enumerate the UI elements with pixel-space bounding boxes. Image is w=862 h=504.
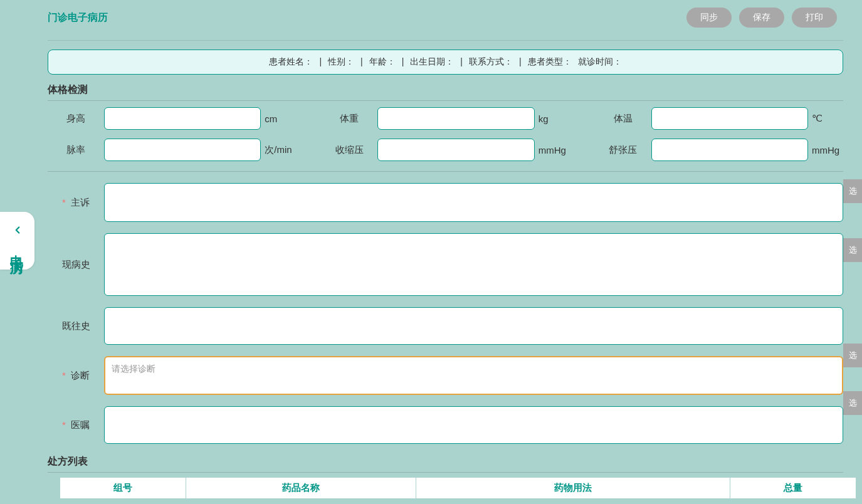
systolic-unit: mmHg bbox=[539, 145, 570, 155]
col-header-drug: 药品名称 bbox=[186, 478, 416, 498]
diastolic-label: 舒张压 bbox=[595, 144, 651, 156]
weight-input[interactable] bbox=[377, 107, 534, 130]
weight-label: 体重 bbox=[321, 113, 377, 125]
print-button[interactable]: 打印 bbox=[792, 8, 837, 28]
patient-gender-label: 性别： bbox=[328, 56, 354, 68]
header-actions: 同步 保存 打印 bbox=[686, 8, 837, 28]
systolic-field: 收缩压 mmHg bbox=[321, 139, 569, 161]
past-history-input[interactable] bbox=[104, 307, 843, 345]
height-input[interactable] bbox=[104, 107, 261, 130]
weight-unit: kg bbox=[539, 113, 570, 124]
temp-label: 体温 bbox=[595, 113, 651, 125]
systolic-input[interactable] bbox=[377, 139, 534, 161]
temp-unit: ℃ bbox=[812, 113, 843, 124]
separator: | bbox=[402, 56, 404, 68]
advice-row: * 医嘱 bbox=[48, 406, 843, 444]
height-unit: cm bbox=[265, 113, 296, 124]
present-illness-label: 现病史 bbox=[48, 259, 104, 271]
temp-input[interactable] bbox=[651, 107, 808, 130]
visit-time-label: 就诊时间： bbox=[578, 56, 622, 68]
pulse-unit: 次/min bbox=[265, 144, 296, 156]
required-star: * bbox=[62, 419, 66, 430]
header-divider bbox=[48, 40, 843, 41]
separator: | bbox=[360, 56, 363, 68]
chief-complaint-label: * 主诉 bbox=[48, 197, 104, 209]
page-title: 门诊电子病历 bbox=[48, 11, 108, 24]
patient-contact-label: 联系方式： bbox=[469, 56, 513, 68]
height-label: 身高 bbox=[48, 113, 104, 125]
required-star: * bbox=[62, 370, 66, 381]
diastolic-input[interactable] bbox=[651, 139, 808, 161]
pulse-label: 脉率 bbox=[48, 144, 104, 156]
main-content: 患者姓名： | 性别： | 年龄： | 出生日期： | 联系方式： | 患者类型… bbox=[0, 50, 862, 504]
diagnosis-label: * 诊断 bbox=[48, 370, 104, 382]
present-illness-row: 现病史 bbox=[48, 233, 843, 296]
chief-complaint-row: * 主诉 bbox=[48, 183, 843, 222]
past-history-label: 既往史 bbox=[48, 320, 104, 332]
col-header-group: 组号 bbox=[60, 478, 186, 498]
advice-label: * 医嘱 bbox=[48, 419, 104, 431]
patient-type-label: 患者类型： bbox=[528, 56, 572, 68]
vitals-section: 身高 cm 体重 kg 体温 ℃ 脉率 bbox=[48, 101, 843, 172]
page-header: 门诊电子病历 同步 保存 打印 bbox=[0, 0, 862, 40]
sync-button[interactable]: 同步 bbox=[686, 8, 732, 28]
select-advice-button[interactable]: 选 bbox=[843, 391, 862, 415]
diastolic-field: 舒张压 mmHg bbox=[595, 139, 843, 161]
temp-field: 体温 ℃ bbox=[595, 107, 843, 130]
patient-birth-label: 出生日期： bbox=[410, 56, 454, 68]
save-button[interactable]: 保存 bbox=[739, 8, 784, 28]
height-field: 身高 cm bbox=[48, 107, 296, 130]
pulse-field: 脉率 次/min bbox=[48, 139, 296, 161]
diastolic-unit: mmHg bbox=[812, 145, 843, 155]
advice-input[interactable] bbox=[104, 406, 843, 444]
col-header-usage: 药物用法 bbox=[416, 478, 730, 498]
chevron-left-icon bbox=[5, 223, 29, 239]
tables-section: 组号 药品名称 药物用法 总量 项目名称 数量 金额 bbox=[48, 478, 843, 504]
diagnosis-row: * 诊断 bbox=[48, 356, 843, 395]
required-star: * bbox=[62, 197, 66, 207]
col-header-total: 总量 bbox=[730, 478, 856, 498]
select-diagnosis-button[interactable]: 选 bbox=[843, 344, 862, 367]
prescription-section-title: 处方列表 bbox=[48, 455, 843, 468]
divider bbox=[48, 472, 843, 473]
vitals-section-title: 体格检测 bbox=[48, 83, 843, 97]
separator: | bbox=[319, 56, 322, 68]
pulse-input[interactable] bbox=[104, 139, 261, 161]
select-present-illness-button[interactable]: 选 bbox=[843, 238, 862, 262]
patient-age-label: 年龄： bbox=[369, 56, 396, 68]
select-chief-complaint-button[interactable]: 选 bbox=[843, 179, 862, 203]
past-history-row: 既往史 bbox=[48, 307, 843, 345]
chief-complaint-input[interactable] bbox=[104, 183, 843, 222]
diagnosis-input[interactable] bbox=[104, 356, 843, 395]
side-tab[interactable]: 电子病历 bbox=[0, 212, 34, 270]
separator: | bbox=[460, 56, 463, 68]
prescription-table: 组号 药品名称 药物用法 总量 bbox=[60, 478, 856, 498]
weight-field: 体重 kg bbox=[321, 107, 569, 130]
patient-name-label: 患者姓名： bbox=[269, 56, 313, 68]
side-tab-label: 电子病历 bbox=[8, 244, 28, 255]
present-illness-input[interactable] bbox=[104, 233, 843, 296]
separator: | bbox=[519, 56, 522, 68]
patient-info-bar: 患者姓名： | 性别： | 年龄： | 出生日期： | 联系方式： | 患者类型… bbox=[48, 50, 843, 75]
text-fields-section: * 主诉 现病史 既往史 * 诊断 * 医嘱 bbox=[48, 172, 843, 444]
systolic-label: 收缩压 bbox=[321, 144, 377, 156]
